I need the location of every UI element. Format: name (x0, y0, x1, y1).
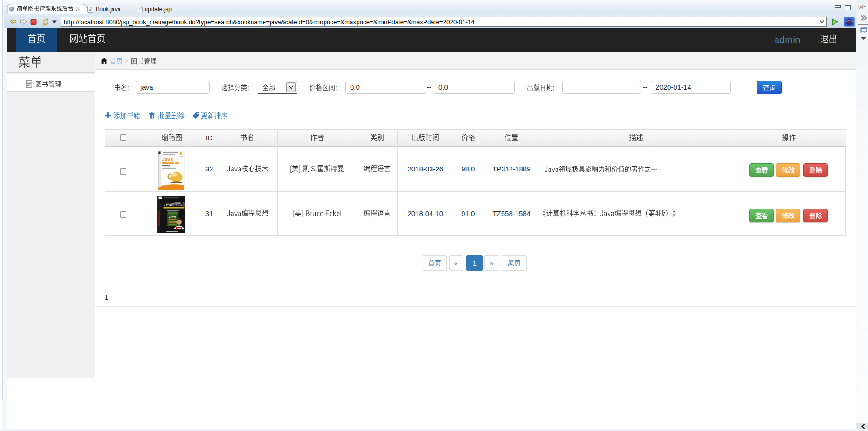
svg-text:J: J (89, 7, 92, 12)
